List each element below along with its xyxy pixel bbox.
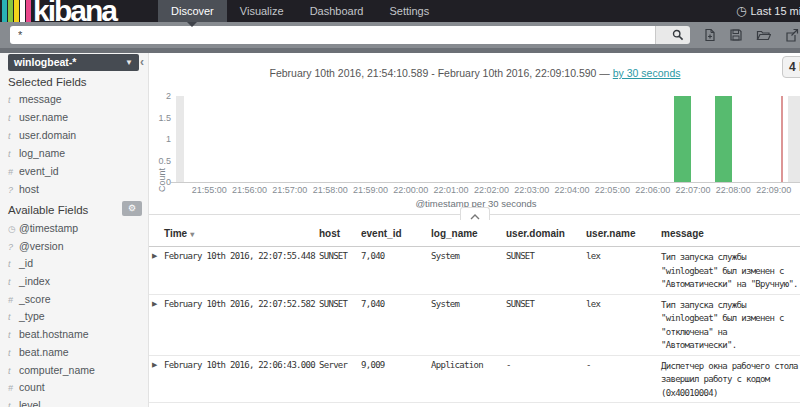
share-button[interactable] <box>784 28 799 43</box>
x-tick-label: 21:58:00 <box>308 185 352 195</box>
table-header: Time▾hostevent_idlog_nameuser.domainuser… <box>149 223 800 247</box>
expand-row-icon[interactable]: ▶ <box>152 300 157 308</box>
field-item[interactable]: tcomputer_name <box>8 362 148 380</box>
expand-row-icon[interactable]: ▶ <box>152 252 157 260</box>
field-name: event_id <box>19 165 59 177</box>
x-tick-label: 22:07:00 <box>671 185 715 195</box>
save-icon <box>729 28 743 42</box>
open-search-button[interactable] <box>756 28 771 43</box>
expand-row-icon[interactable]: ▶ <box>152 361 157 369</box>
field-item[interactable]: tuser.name <box>8 108 148 126</box>
table-row: ▶February 10th 2016, 22:06:43.000Server9… <box>149 356 800 404</box>
field-item[interactable]: t_type <box>8 308 148 326</box>
field-name: beat.name <box>19 346 69 358</box>
y-tick-label: 0 <box>149 177 171 187</box>
cell-user_domain: - <box>506 360 511 370</box>
field-type-icon: t <box>8 345 19 363</box>
column-header-user-name[interactable]: user.name <box>586 228 635 239</box>
cell-message: Тип запуска службы "winlogbeat" был изме… <box>661 251 800 292</box>
search-input[interactable] <box>10 26 655 44</box>
column-header-host[interactable]: host <box>319 228 340 239</box>
chart-title: February 10th 2016, 21:54:10.589 - Febru… <box>149 67 800 79</box>
y-tick-label: 0.5 <box>149 156 171 166</box>
field-type-icon: t <box>8 256 19 274</box>
field-item[interactable]: t_index <box>8 273 148 291</box>
field-type-icon: t <box>8 145 19 163</box>
tab-settings[interactable]: Settings <box>376 0 442 22</box>
chevron-down-icon: ▼ <box>125 54 133 71</box>
save-search-button[interactable] <box>728 28 743 43</box>
new-search-button[interactable] <box>702 28 717 43</box>
sort-descending-icon: ▾ <box>190 230 194 239</box>
discover-main: 4 hits February 10th 2016, 21:54:10.589 … <box>148 53 800 407</box>
x-tick-label: 21:59:00 <box>348 185 392 195</box>
field-name: _type <box>19 310 45 322</box>
field-item[interactable]: ◷@timestamp <box>8 220 148 238</box>
field-name: count <box>19 381 45 393</box>
field-item[interactable]: tuser.domain <box>8 126 148 144</box>
field-item[interactable]: tlevel <box>8 397 148 407</box>
field-item[interactable]: tlog_name <box>8 144 148 162</box>
field-name: computer_name <box>19 364 95 376</box>
time-filter-button[interactable]: ◷Last 15 minutes <box>736 0 800 22</box>
table-body: ▶February 10th 2016, 22:07:55.448SUNSET7… <box>149 247 800 407</box>
column-header-event-id[interactable]: event_id <box>361 228 402 239</box>
clock-icon: ◷ <box>8 221 19 239</box>
field-name: _id <box>19 257 33 269</box>
available-fields-heading: Available Fields <box>8 204 88 216</box>
column-header-user-domain[interactable]: user.domain <box>506 228 565 239</box>
field-item[interactable]: t_id <box>8 255 148 273</box>
field-item[interactable]: #event_id <box>8 162 148 180</box>
search-icon <box>672 29 684 41</box>
search-bar <box>0 22 800 48</box>
tab-discover[interactable]: Discover <box>158 0 227 22</box>
x-tick-label: 21:57:00 <box>268 185 312 195</box>
cell-user_domain: SUNSET <box>506 299 534 309</box>
x-tick-label: 22:08:00 <box>711 185 755 195</box>
tab-visualize[interactable]: Visualize <box>227 0 297 22</box>
cell-message: Тип запуска службы "winlogbeat" был изме… <box>661 299 800 353</box>
field-type-icon: ? <box>8 181 19 199</box>
histogram-bar <box>674 96 691 182</box>
field-item[interactable]: tmessage <box>8 90 148 108</box>
field-item[interactable]: tbeat.hostname <box>8 326 148 344</box>
sidebar-collapse-icon[interactable]: ‹ <box>140 55 144 69</box>
column-header-message[interactable]: message <box>661 228 704 239</box>
field-item[interactable]: #_score <box>8 291 148 309</box>
field-type-icon: t <box>8 127 19 145</box>
field-sidebar: winlogbeat-* ▼ Selected Fields tmessaget… <box>0 53 148 407</box>
brand-title: kibana <box>33 0 116 28</box>
cell-time: February 10th 2016, 22:06:43.000 <box>164 360 315 370</box>
field-type-icon: t <box>8 398 19 407</box>
cell-host: SUNSET <box>319 299 347 309</box>
cell-log_name: System <box>431 299 459 309</box>
available-fields-list: ◷@timestamp?@versiont_idt_index#_scoret_… <box>8 220 148 407</box>
kibana-logo-icon <box>2 0 32 22</box>
search-button[interactable] <box>655 26 690 44</box>
field-item[interactable]: tbeat.name <box>8 344 148 362</box>
logo-stripe <box>8 0 13 22</box>
field-settings-button[interactable]: ⚙ <box>122 201 142 216</box>
cell-user_name: lex <box>586 299 600 309</box>
collapse-chart-button[interactable] <box>460 207 490 220</box>
out-of-range-band-right <box>788 96 800 182</box>
column-header-log-name[interactable]: log_name <box>431 228 478 239</box>
interval-link[interactable]: by 30 seconds <box>613 67 681 79</box>
field-name: user.name <box>19 111 68 123</box>
cell-message: Диспетчер окна рабочего стола завершил р… <box>661 360 800 401</box>
table-row: ▶February 10th 2016, 22:07:52.582SUNSET7… <box>149 295 800 356</box>
y-tick-label: 2 <box>149 91 171 101</box>
field-type-icon: t <box>8 309 19 327</box>
selected-fields-list: tmessagetuser.nametuser.domaintlog_name#… <box>8 90 148 198</box>
tab-dashboard[interactable]: Dashboard <box>297 0 377 22</box>
time-filter-label: Last 15 minutes <box>750 5 800 17</box>
field-name: beat.hostname <box>19 328 88 340</box>
field-item[interactable]: ?host <box>8 180 148 198</box>
column-header-time[interactable]: Time▾ <box>164 228 194 239</box>
field-item[interactable]: #count <box>8 379 148 397</box>
x-tick-label: 22:02:00 <box>469 185 513 195</box>
field-item[interactable]: ?@version <box>8 238 148 256</box>
x-tick-label: 22:01:00 <box>429 185 473 195</box>
clock-icon: ◷ <box>736 4 746 18</box>
index-pattern-selector[interactable]: winlogbeat-* ▼ <box>8 54 139 71</box>
